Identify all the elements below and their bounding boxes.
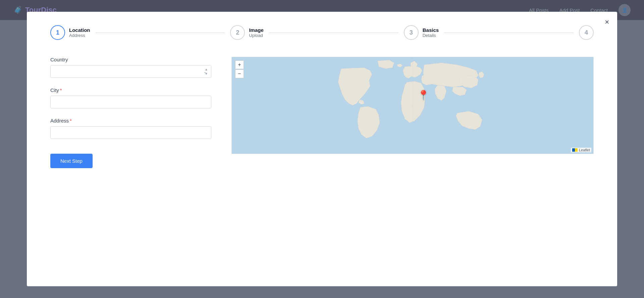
map-section: + −	[231, 57, 594, 154]
modal-dialog: × 1 Location Address 2 Image Upload	[27, 12, 617, 286]
step-2-title: Image	[249, 27, 263, 33]
step-2-labels: Image Upload	[249, 27, 263, 38]
step-3-subtitle: Details	[423, 33, 439, 38]
city-label: City*	[50, 87, 211, 93]
map-attribution: Leaflet	[571, 148, 591, 152]
step-3-title: Basics	[423, 27, 439, 33]
next-step-button[interactable]: Next Step	[50, 154, 93, 168]
step-3-circle: 3	[404, 25, 419, 40]
map-location-pin: 📍	[418, 90, 429, 101]
stepper: 1 Location Address 2 Image Upload 3	[44, 25, 600, 40]
flag-blue	[572, 148, 575, 152]
form-section: Country ▲ ▼ City*	[50, 57, 211, 168]
address-input[interactable]	[50, 126, 211, 139]
step-1: 1 Location Address	[50, 25, 90, 40]
leaflet-label[interactable]: Leaflet	[579, 148, 590, 152]
step-3-labels: Basics Details	[423, 27, 439, 38]
step-2-subtitle: Upload	[249, 33, 263, 38]
leaflet-flag	[572, 148, 578, 152]
step-1-title: Location	[69, 27, 90, 33]
step-2-circle: 2	[230, 25, 245, 40]
content-area: Country ▲ ▼ City*	[44, 57, 600, 168]
step-4-circle: 4	[579, 25, 594, 40]
flag-yellow	[575, 148, 578, 152]
step-2: 2 Image Upload	[230, 25, 263, 40]
step-3: 3 Basics Details	[404, 25, 439, 40]
step-1-labels: Location Address	[69, 27, 90, 38]
address-label: Address*	[50, 118, 211, 123]
city-required-star: *	[60, 87, 62, 93]
country-label: Country	[50, 57, 211, 62]
country-select[interactable]	[50, 65, 211, 78]
step-line-2	[269, 33, 398, 33]
step-line-1	[96, 33, 225, 33]
map-zoom-in-button[interactable]: +	[235, 60, 244, 69]
address-group: Address*	[50, 118, 211, 139]
country-group: Country ▲ ▼	[50, 57, 211, 78]
step-line-3	[444, 33, 574, 33]
country-select-wrapper: ▲ ▼	[50, 65, 211, 78]
map-zoom-controls: + −	[235, 60, 244, 78]
step-1-subtitle: Address	[69, 33, 90, 38]
step-4: 4	[579, 25, 594, 40]
map-zoom-out-button[interactable]: −	[235, 69, 244, 78]
address-required-star: *	[70, 118, 72, 123]
map-container[interactable]: + −	[231, 57, 594, 154]
world-map-svg	[232, 57, 593, 154]
step-1-circle: 1	[50, 25, 65, 40]
city-input[interactable]	[50, 96, 211, 108]
city-group: City*	[50, 87, 211, 108]
close-button[interactable]: ×	[605, 18, 609, 26]
